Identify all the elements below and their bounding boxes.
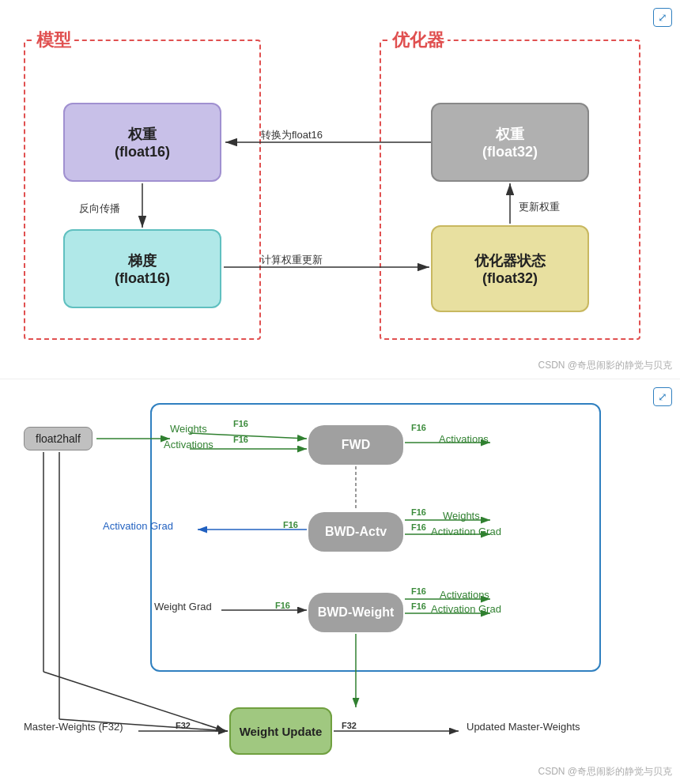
- f16-bwdactv-r1: F16: [411, 507, 426, 517]
- weight-fp32-line2: (float32): [482, 144, 538, 160]
- activations-out-label: Activations: [439, 433, 489, 445]
- optimizer-title: 优化器: [389, 28, 448, 52]
- bwd-weight-box: BWD-Weight: [308, 593, 403, 632]
- watermark-bottom: CSDN @奇思闹影的静觉与贝克: [538, 765, 672, 778]
- f16-act-fwd: F16: [233, 435, 248, 444]
- bwd-actv-box: BWD-Actv: [308, 512, 403, 552]
- optim-state-line2: (float32): [474, 270, 546, 287]
- weight-fp16-node: 权重 (float16): [63, 103, 221, 182]
- master-weights-label: Master-Weights (F32): [24, 721, 123, 733]
- weight-fp32-node: 权重 (float32): [431, 103, 589, 182]
- activations-bwdwt: Activations: [440, 589, 489, 601]
- actgrad-bwdwt: Activation Grad: [431, 603, 501, 615]
- fwd-box: FWD: [308, 425, 403, 465]
- f16-bwdwt-r1: F16: [411, 586, 426, 596]
- convert-label: 转换为float16: [261, 128, 323, 142]
- weight-fp16-line1: 权重: [115, 125, 170, 144]
- grad-fp16-line1: 梯度: [115, 251, 170, 270]
- model-title: 模型: [33, 28, 74, 52]
- f32-out: F32: [342, 721, 357, 730]
- f16-bwdwt-r2: F16: [411, 601, 426, 611]
- f16-bwdactv-left: F16: [283, 520, 298, 530]
- bottom-diagram: float2half FWD BWD-Actv BWD-Weight Weigh…: [0, 379, 680, 782]
- float2half-box: float2half: [24, 427, 93, 450]
- update-weight-label: 更新权重: [519, 200, 560, 214]
- activ-grad-label1: Activation Grad: [103, 520, 173, 532]
- updated-master-label: Updated Master-Weights: [467, 721, 580, 733]
- optim-state-node: 优化器状态 (float32): [431, 225, 589, 312]
- grad-fp16-line2: (float16): [115, 270, 170, 287]
- weight-update-box: Weight Update: [229, 707, 332, 755]
- expand-icon-top[interactable]: ⤢: [653, 8, 672, 27]
- weights-bwdactv: Weights: [443, 510, 480, 522]
- activations-label1: Activations: [164, 439, 213, 450]
- optim-state-line1: 优化器状态: [474, 251, 546, 270]
- calc-update-label: 计算权重更新: [261, 253, 323, 267]
- grad-fp16-node: 梯度 (float16): [63, 229, 221, 308]
- weight-fp32-line1: 权重: [482, 125, 538, 144]
- f16-bwdactv-r2: F16: [411, 522, 426, 532]
- weights-label: Weights: [170, 423, 207, 435]
- watermark-top: CSDN @奇思闹影的静觉与贝克: [538, 359, 672, 372]
- f16-weightgrad: F16: [275, 601, 290, 610]
- expand-icon-bottom[interactable]: ⤢: [653, 387, 672, 406]
- activ-grad-bwdactv: Activation Grad: [431, 526, 501, 537]
- weight-grad-label: Weight Grad: [154, 601, 212, 612]
- top-diagram: 模型 优化器 权重 (float16) 梯度 (float16) 权重 (flo…: [0, 0, 680, 379]
- f32-in: F32: [176, 721, 191, 730]
- f16-fwd-out: F16: [411, 423, 426, 432]
- backprop-label: 反向传播: [79, 202, 120, 216]
- f16-weights-fwd: F16: [233, 419, 248, 428]
- weight-fp16-line2: (float16): [115, 144, 170, 160]
